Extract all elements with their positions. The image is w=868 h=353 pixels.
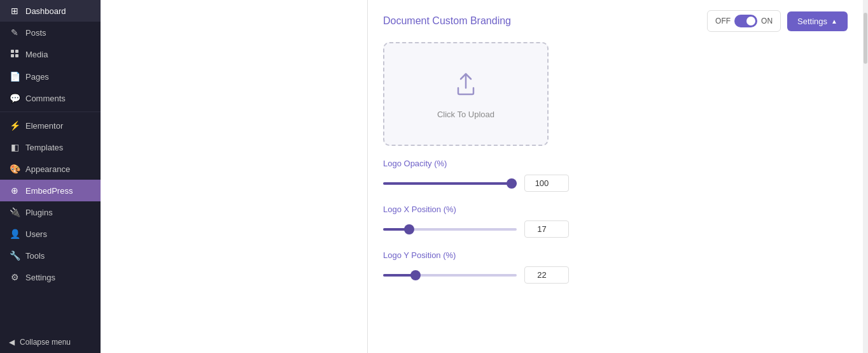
x-position-slider-title: Logo X Position (%) <box>383 205 848 214</box>
sidebar-item-label: EmbedPress <box>25 186 73 196</box>
sidebar-item-plugins[interactable]: 🔌 Plugins <box>0 201 101 223</box>
upload-label: Click To Upload <box>437 110 494 119</box>
svg-rect-3 <box>15 54 18 57</box>
collapse-menu-button[interactable]: ◀ Collapse menu <box>0 331 101 353</box>
sidebar-item-label: Plugins <box>25 208 53 217</box>
dashboard-icon: ⊞ <box>9 6 20 16</box>
page-title: Document Custom Branding <box>383 15 511 27</box>
scrollbar-thumb[interactable] <box>864 13 867 64</box>
settings-icon: ⚙ <box>9 272 20 282</box>
sidebar-item-label: Templates <box>25 143 63 152</box>
opacity-slider-title: Logo Opacity (%) <box>383 159 848 168</box>
sidebar-item-elementor[interactable]: ⚡ Elementor <box>0 115 101 136</box>
toggle-slider <box>734 15 757 27</box>
sidebar-item-label: Posts <box>25 28 46 38</box>
sidebar-divider <box>0 112 101 112</box>
sidebar-item-pages[interactable]: 📄 Pages <box>0 66 101 87</box>
settings-button-label: Settings <box>797 17 827 26</box>
toggle-switch[interactable] <box>734 15 757 27</box>
pages-icon: 📄 <box>9 71 20 82</box>
sidebar-item-templates[interactable]: ◧ Templates <box>0 136 101 158</box>
sidebar-item-label: Dashboard <box>25 6 66 16</box>
sidebar-item-label: Comments <box>25 94 66 103</box>
toggle-container: OFF ON <box>707 10 781 32</box>
sidebar-item-embedpress[interactable]: ⊕ EmbedPress <box>0 180 101 201</box>
sidebar-item-dashboard[interactable]: ⊞ Dashboard <box>0 0 101 22</box>
sidebar-item-users[interactable]: 👤 Users <box>0 223 101 245</box>
sidebar-item-settings[interactable]: ⚙ Settings <box>0 266 101 288</box>
opacity-slider-row <box>383 175 848 192</box>
controls-row: OFF ON Settings ▲ <box>707 10 848 32</box>
sidebar-item-label: Elementor <box>25 121 63 131</box>
sidebar-item-comments[interactable]: 💬 Comments <box>0 87 101 109</box>
sidebar-item-posts[interactable]: ✎ Posts <box>0 22 101 43</box>
collapse-menu-label: Collapse menu <box>20 338 71 347</box>
svg-rect-0 <box>11 50 14 53</box>
y-position-slider[interactable] <box>383 274 517 277</box>
upload-area[interactable]: Click To Upload <box>383 42 549 146</box>
tools-icon: 🔧 <box>9 250 20 261</box>
sidebar-item-label: Pages <box>25 72 49 82</box>
sidebar-item-label: Users <box>25 229 47 239</box>
sidebar-item-appearance[interactable]: 🎨 Appearance <box>0 158 101 180</box>
x-position-slider-section: Logo X Position (%) <box>383 205 848 238</box>
y-position-slider-section: Logo Y Position (%) <box>383 250 848 284</box>
opacity-value-input[interactable] <box>524 175 569 192</box>
plugins-icon: 🔌 <box>9 207 20 217</box>
sidebar-item-tools[interactable]: 🔧 Tools <box>0 245 101 266</box>
elementor-icon: ⚡ <box>9 120 20 131</box>
sidebar-item-label: Media <box>25 50 48 59</box>
sidebar-item-label: Appearance <box>25 164 70 174</box>
main-wrapper: Document Custom Branding OFF ON Settings… <box>101 0 868 353</box>
x-position-slider[interactable] <box>383 228 517 231</box>
embedpress-icon: ⊕ <box>9 185 20 196</box>
media-icon <box>9 49 20 60</box>
opacity-slider[interactable] <box>383 182 517 185</box>
header-row: Document Custom Branding OFF ON Settings… <box>383 10 848 32</box>
sidebar-item-label: Tools <box>25 251 45 261</box>
y-position-value-input[interactable] <box>524 266 569 284</box>
x-position-slider-row <box>383 220 848 238</box>
svg-rect-1 <box>15 50 18 53</box>
right-panel: Document Custom Branding OFF ON Settings… <box>368 0 863 353</box>
toggle-off-label: OFF <box>715 17 731 25</box>
sidebar-item-media[interactable]: Media <box>0 43 101 66</box>
y-position-slider-title: Logo Y Position (%) <box>383 250 848 260</box>
svg-rect-2 <box>11 54 14 57</box>
scrollbar-track[interactable] <box>863 0 868 353</box>
toggle-on-label: ON <box>761 17 773 25</box>
sidebar: ⊞ Dashboard ✎ Posts Media 📄 Pages 💬 Comm… <box>0 0 101 353</box>
collapse-arrow-icon: ◀ <box>9 338 15 347</box>
left-panel <box>101 0 368 353</box>
y-position-slider-row <box>383 266 848 284</box>
sidebar-item-label: Settings <box>25 273 55 282</box>
settings-button[interactable]: Settings ▲ <box>787 11 848 31</box>
comments-icon: 💬 <box>9 93 20 103</box>
templates-icon: ◧ <box>9 142 20 152</box>
users-icon: 👤 <box>9 229 20 239</box>
chevron-up-icon: ▲ <box>831 18 837 25</box>
appearance-icon: 🎨 <box>9 164 20 174</box>
upload-icon <box>451 69 481 102</box>
x-position-value-input[interactable] <box>524 220 569 238</box>
opacity-slider-section: Logo Opacity (%) <box>383 159 848 192</box>
posts-icon: ✎ <box>9 27 20 38</box>
